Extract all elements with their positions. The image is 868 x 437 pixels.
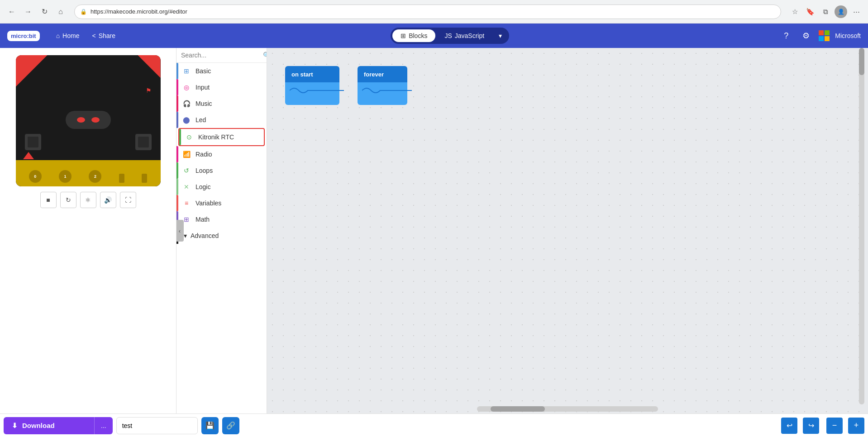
microbit-eye-right bbox=[91, 117, 100, 123]
microsoft-logo bbox=[819, 30, 830, 41]
download-button[interactable]: ⬇ Download bbox=[4, 417, 94, 434]
microbit-pins: 0 1 2 bbox=[16, 160, 161, 186]
sim-debug-button[interactable]: ⚛ bbox=[80, 192, 96, 208]
microbit-button-a[interactable] bbox=[25, 134, 41, 150]
forward-button[interactable]: → bbox=[22, 5, 34, 18]
pin-2: 2 bbox=[89, 170, 101, 183]
header-right: ? ⚙ Microsoft bbox=[779, 28, 861, 43]
github-button[interactable]: 🔗 bbox=[222, 417, 239, 434]
more-button[interactable]: ⋯ bbox=[850, 5, 863, 18]
led-icon: ⬤ bbox=[182, 115, 191, 124]
zoom-in-button[interactable]: + bbox=[848, 418, 864, 434]
workspace-scrollbar-thumb-vertical bbox=[859, 48, 864, 75]
sim-stop-button[interactable]: ■ bbox=[40, 192, 57, 208]
on-start-block[interactable]: on start bbox=[285, 66, 339, 105]
collections-button[interactable]: ⧉ bbox=[819, 5, 832, 18]
undo-button[interactable]: ↩ bbox=[781, 418, 797, 434]
sidebar-item-loops[interactable]: ↺ Loops bbox=[176, 162, 267, 179]
sidebar-item-led[interactable]: ⬤ Led bbox=[176, 112, 267, 128]
refresh-button[interactable]: ↻ bbox=[38, 5, 51, 18]
workspace-scrollbar-vertical[interactable] bbox=[859, 48, 864, 404]
sidebar-item-variables[interactable]: ≡ Variables bbox=[176, 195, 267, 211]
settings-button[interactable]: ⚙ bbox=[799, 28, 813, 43]
profile-button[interactable]: 👤 bbox=[835, 5, 847, 18]
logic-icon: ✕ bbox=[182, 182, 191, 191]
sidebar-item-kitronik[interactable]: ⊙ Kitronik RTC bbox=[178, 128, 265, 146]
blocks-label: Blocks bbox=[409, 32, 427, 39]
basic-icon: ⊞ bbox=[182, 66, 191, 76]
pin-3v bbox=[119, 174, 124, 183]
pin-1: 1 bbox=[59, 170, 72, 183]
download-label: Download bbox=[22, 422, 55, 429]
radio-icon: 📶 bbox=[182, 150, 191, 159]
save-button[interactable]: 💾 bbox=[201, 417, 219, 434]
math-label: Math bbox=[196, 216, 210, 223]
javascript-toggle-button[interactable]: JS JavaScript bbox=[436, 29, 492, 42]
search-input[interactable] bbox=[181, 52, 260, 59]
variables-icon: ≡ bbox=[182, 199, 191, 208]
home-nav-button[interactable]: ⌂ Home bbox=[51, 29, 85, 42]
microsoft-label: Microsoft bbox=[835, 32, 861, 39]
app-header: micro:bit ⌂ Home < Share ⊞ Blocks JS Jav… bbox=[0, 24, 868, 48]
pin-0: 0 bbox=[29, 170, 42, 183]
basic-label: Basic bbox=[196, 67, 211, 75]
sidebar-item-advanced[interactable]: ▾ Advanced bbox=[176, 228, 267, 244]
save-icon: 💾 bbox=[205, 421, 215, 430]
music-icon: 🎧 bbox=[182, 99, 191, 108]
logic-label: Logic bbox=[196, 183, 210, 190]
sidebar-collapse-button[interactable]: ‹ bbox=[176, 220, 184, 242]
javascript-dropdown-button[interactable]: ▾ bbox=[493, 29, 507, 42]
home-nav-icon: ⌂ bbox=[56, 32, 60, 39]
forever-notch bbox=[362, 86, 412, 95]
radio-label: Radio bbox=[196, 151, 212, 158]
browser-actions: ☆ 🔖 ⧉ 👤 ⋯ bbox=[788, 5, 863, 18]
workspace-scrollbar-horizontal[interactable] bbox=[477, 406, 658, 412]
bottom-bar: ⬇ Download ... 💾 🔗 ↩ ↪ − + bbox=[0, 413, 868, 437]
sidebar-item-music[interactable]: 🎧 Music bbox=[176, 95, 267, 112]
github-icon: 🔗 bbox=[226, 421, 235, 430]
bookmark-star-button[interactable]: ☆ bbox=[788, 5, 801, 18]
simulator-panel: ⚑ 0 1 2 ■ ↻ ⚛ 🔊 ⛶ bbox=[0, 48, 176, 413]
project-name-input[interactable] bbox=[116, 417, 198, 434]
zoom-out-button[interactable]: − bbox=[826, 418, 843, 434]
sim-fullscreen-button[interactable]: ⛶ bbox=[120, 192, 136, 208]
editor-toggle-group: ⊞ Blocks JS JavaScript ▾ bbox=[391, 28, 509, 44]
sidebar-item-logic[interactable]: ✕ Logic bbox=[176, 179, 267, 195]
forever-label: forever bbox=[364, 71, 384, 78]
back-button[interactable]: ← bbox=[5, 5, 18, 18]
sim-controls: ■ ↻ ⚛ 🔊 ⛶ bbox=[40, 192, 136, 208]
address-bar: 🔒 https://makecode.microbit.org/#editor bbox=[74, 5, 781, 19]
microbit-triangle-icon bbox=[23, 152, 34, 159]
forever-block[interactable]: forever bbox=[358, 66, 407, 105]
sim-sound-button[interactable]: 🔊 bbox=[100, 192, 116, 208]
logo-icon: micro:bit bbox=[7, 31, 40, 41]
blocks-sidebar: ‹ 🔍 ⊞ Basic ◎ Input 🎧 Music ⬤ Led bbox=[176, 48, 267, 413]
browser-chrome: ← → ↻ ⌂ 🔒 https://makecode.microbit.org/… bbox=[0, 0, 868, 24]
sim-restart-button[interactable]: ↻ bbox=[60, 192, 76, 208]
home-button[interactable]: ⌂ bbox=[54, 5, 67, 18]
sidebar-item-math[interactable]: ⊞ Math bbox=[176, 211, 267, 228]
led-label: Led bbox=[196, 116, 206, 124]
sidebar-item-input[interactable]: ◎ Input bbox=[176, 79, 267, 95]
reading-list-button[interactable]: 🔖 bbox=[804, 5, 816, 18]
microbit-screen: ⚑ 0 1 2 bbox=[16, 55, 161, 186]
microbit-button-b-inner bbox=[138, 137, 149, 147]
workspace[interactable]: on start forever bbox=[267, 48, 868, 413]
redo-button[interactable]: ↪ bbox=[803, 418, 819, 434]
microbit-display bbox=[66, 111, 111, 129]
sidebar-item-basic[interactable]: ⊞ Basic bbox=[176, 63, 267, 79]
download-icon: ⬇ bbox=[12, 422, 18, 430]
kitronik-icon: ⊙ bbox=[185, 133, 194, 142]
blocks-toggle-button[interactable]: ⊞ Blocks bbox=[392, 29, 435, 42]
corner-decoration-tr bbox=[138, 55, 161, 78]
download-more-button[interactable]: ... bbox=[94, 417, 113, 434]
music-label: Music bbox=[196, 100, 212, 107]
blocks-icon: ⊞ bbox=[401, 32, 406, 39]
search-icon: 🔍 bbox=[263, 52, 267, 59]
share-nav-button[interactable]: < Share bbox=[86, 29, 121, 42]
microbit-buttons-row bbox=[16, 134, 161, 150]
workspace-scrollbar-thumb-horizontal bbox=[491, 406, 545, 412]
help-button[interactable]: ? bbox=[779, 28, 793, 43]
sidebar-item-radio[interactable]: 📶 Radio bbox=[176, 146, 267, 162]
microbit-button-b[interactable] bbox=[135, 134, 152, 150]
